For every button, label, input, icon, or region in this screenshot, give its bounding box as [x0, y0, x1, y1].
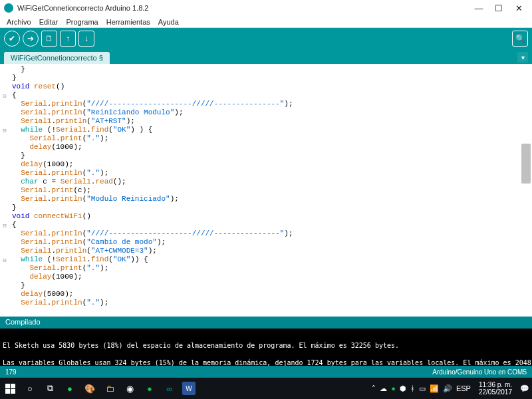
code-line: { [12, 221, 529, 229]
code-line: Serial.print(c); [12, 186, 529, 195]
code-line: } [12, 281, 529, 290]
fold-marker [0, 195, 9, 203]
serial-monitor-button[interactable]: 🔍 [512, 31, 528, 47]
code-line: Serial1.println("AT+CWMODE=3"); [12, 247, 529, 255]
console-output[interactable]: El Sketch usa 5830 bytes (18%) del espac… [0, 329, 532, 366]
arduino-taskbar-icon[interactable]: ∞ [162, 381, 177, 396]
start-button[interactable] [3, 381, 17, 396]
arrow-down-icon: ↓ [84, 34, 88, 43]
fold-marker [0, 247, 9, 255]
fold-marker [0, 134, 9, 143]
tray-battery-icon[interactable]: ▭ [419, 384, 426, 393]
tray-shield-icon[interactable]: ⬢ [400, 384, 406, 393]
fold-marker[interactable]: ⊟ [0, 221, 9, 229]
fold-marker [0, 186, 9, 195]
fold-marker [0, 178, 9, 186]
tray-bluetooth-icon[interactable]: ᚼ [410, 384, 415, 392]
code-line: void reset() [12, 82, 529, 91]
tray-volume-icon[interactable]: 🔊 [443, 384, 452, 393]
code-line: Serial.println("Reiniciando Modulo"); [12, 108, 529, 117]
maximize-button[interactable]: ☐ [495, 4, 503, 12]
save-button[interactable]: ↓ [78, 31, 94, 47]
minimize-button[interactable]: — [475, 4, 483, 12]
fold-marker[interactable]: ⊟ [0, 91, 9, 100]
status-line-number: 179 [5, 368, 17, 376]
notification-icon[interactable]: 💬 [520, 384, 529, 393]
window-title: WiFiGetConnetioncorrecto Arduino 1.8.2 [17, 4, 149, 12]
code-line: } [12, 74, 529, 82]
code-line: Serial.print("."); [12, 264, 529, 273]
file-icon: 🗋 [45, 34, 53, 43]
tray-spotify-icon[interactable]: ● [391, 384, 396, 392]
code-line: delay(1000); [12, 273, 529, 281]
new-button[interactable]: 🗋 [41, 31, 57, 47]
task-view-icon[interactable]: ⧉ [43, 381, 57, 396]
fold-marker [0, 152, 9, 160]
code-line: Serial.println("."); [12, 299, 529, 307]
fold-marker [0, 65, 9, 74]
code-line: } [12, 152, 529, 160]
fold-marker [0, 299, 9, 307]
console-line: El Sketch usa 5830 bytes (18%) del espac… [3, 341, 529, 350]
console-line: Las variables Globales usan 324 bytes (1… [3, 358, 529, 366]
scrollbar-vertical[interactable] [521, 144, 531, 184]
clock-date: 22/05/2017 [479, 388, 512, 396]
code-area[interactable]: }}void reset(){ Serial.println("////----… [9, 64, 532, 317]
code-line: Serial.println("."); [12, 169, 529, 178]
tab-active[interactable]: WiFiGetConnetioncorrecto § [4, 52, 110, 64]
clock-time: 11:36 p. m. [479, 381, 512, 388]
chrome-icon[interactable]: ◉ [122, 381, 137, 396]
fold-marker [0, 238, 9, 247]
tray-wifi-icon[interactable]: 📶 [430, 384, 439, 393]
code-line: void connectWiFi() [12, 212, 529, 221]
toolbar: ✔ ➔ 🗋 ↑ ↓ 🔍 [0, 28, 532, 49]
word-icon[interactable]: W [182, 382, 196, 395]
windows-taskbar: ○ ⧉ ● 🎨 🗀 ◉ ● ∞ W ˄ ☁ ● ⬢ ᚼ ▭ 📶 🔊 ESP 11… [0, 378, 532, 399]
spotify-icon[interactable]: ● [142, 381, 157, 396]
code-editor[interactable]: ⊟⊟⊟⊟ }}void reset(){ Serial.println("///… [0, 64, 532, 317]
code-line: Serial.print("."); [12, 134, 529, 143]
file-explorer-icon[interactable]: 🗀 [102, 381, 117, 396]
fold-marker [0, 169, 9, 178]
fold-marker [0, 160, 9, 169]
open-button[interactable]: ↑ [60, 31, 76, 47]
code-line: Serial.println("////-------------------/… [12, 229, 529, 238]
menu-programa[interactable]: Programa [63, 18, 100, 26]
menu-editar[interactable]: Editar [37, 18, 61, 26]
fold-marker[interactable]: ⊟ [0, 255, 9, 264]
check-icon: ✔ [9, 34, 15, 43]
verify-button[interactable]: ✔ [4, 31, 20, 47]
tray-onedrive-icon[interactable]: ☁ [380, 384, 387, 393]
menu-archivo[interactable]: Archivo [4, 18, 34, 26]
fold-marker [0, 117, 9, 126]
whatsapp-icon[interactable]: ● [63, 381, 77, 396]
fold-marker [0, 273, 9, 281]
tab-menu-button[interactable]: ▾ [517, 52, 528, 63]
code-line: Serial.println("Cambio de modo"); [12, 238, 529, 247]
magnifier-icon: 🔍 [515, 34, 525, 43]
tray-lang[interactable]: ESP [456, 384, 471, 392]
menu-herramientas[interactable]: Herramientas [104, 18, 153, 26]
fold-marker [0, 229, 9, 238]
fold-marker [0, 264, 9, 273]
fold-marker [0, 290, 9, 299]
taskbar-clock[interactable]: 11:36 p. m. 22/05/2017 [475, 381, 516, 396]
menu-bar: Archivo Editar Programa Herramientas Ayu… [0, 16, 532, 28]
status-bar: 179 Arduino/Genuino Uno en COM5 [0, 366, 532, 378]
code-line: delay(1000); [12, 143, 529, 152]
code-line: Serial.println("////-------------------/… [12, 100, 529, 108]
compile-status: Compilado [0, 317, 532, 329]
cortana-icon[interactable]: ○ [23, 381, 37, 396]
fold-marker [0, 100, 9, 108]
app-icon-1[interactable]: 🎨 [82, 381, 97, 396]
tab-bar: WiFiGetConnetioncorrecto § ▾ [0, 49, 532, 64]
code-line: { [12, 91, 529, 100]
code-line: while (!Serial1.find("OK")) { [12, 255, 529, 264]
tray-chevron-up-icon[interactable]: ˄ [372, 384, 376, 393]
arrow-right-icon: ➔ [27, 34, 34, 43]
fold-marker [0, 281, 9, 290]
close-button[interactable]: ✕ [515, 4, 523, 12]
menu-ayuda[interactable]: Ayuda [156, 18, 182, 26]
fold-marker[interactable]: ⊟ [0, 126, 9, 134]
upload-button[interactable]: ➔ [23, 31, 39, 47]
